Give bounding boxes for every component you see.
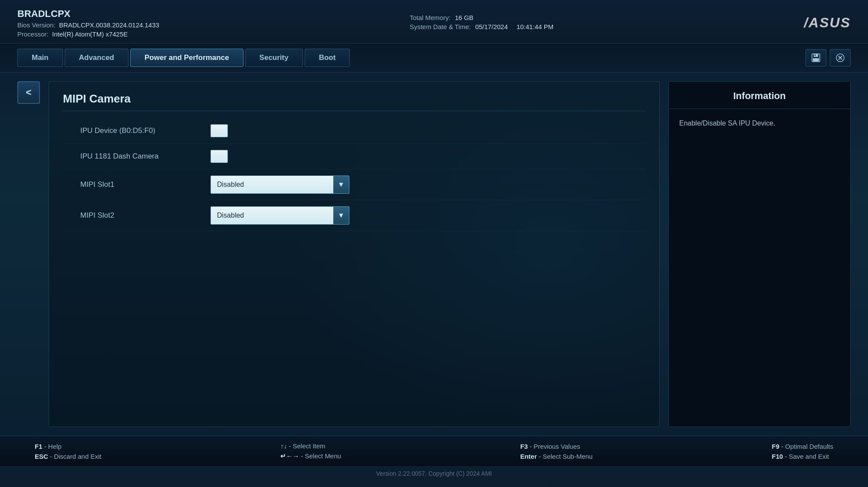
f10-key: F10	[772, 453, 783, 460]
save-button[interactable]	[806, 49, 826, 66]
esc-desc: - Discard and Exit	[50, 453, 101, 460]
header-right: Total Memory: 16 GB System Date & Time: …	[410, 14, 553, 32]
f3-key: F3	[520, 443, 528, 450]
mipi-slot2-label: MIPI Slot2	[63, 211, 202, 220]
memory-row: Total Memory: 16 GB	[410, 14, 553, 21]
svg-rect-2	[813, 58, 819, 61]
f9-key: F9	[772, 443, 779, 450]
ipu-dash-label: IPU 1181 Dash Camera	[63, 152, 202, 161]
footer-group-3: F3 - Previous Values Enter - Select Sub-…	[520, 443, 593, 460]
bios-info: Bios Version: BRADLCPX.0038.2024.0124.14…	[17, 21, 159, 29]
mipi-slot1-arrow[interactable]: ▼	[333, 176, 349, 193]
time-value: 10:41:44 PM	[516, 23, 553, 30]
svg-rect-1	[814, 54, 818, 57]
datetime-row: System Date & Time: 05/17/2024 10:41:44 …	[410, 23, 553, 30]
ipu-dash-checkbox[interactable]	[210, 150, 228, 163]
mipi-slot1-label: MIPI Slot1	[63, 180, 202, 189]
arrows-desc: - Select Item	[289, 442, 325, 450]
f10-desc: - Save and Exit	[785, 453, 829, 460]
processor-info: Processor: Intel(R) Atom(TM) x7425E	[17, 30, 159, 38]
ipu-device-label: IPU Device (B0:D5:F0)	[63, 126, 202, 135]
tab-advanced[interactable]: Advanced	[65, 49, 128, 67]
f1-key: F1	[35, 443, 43, 450]
field-row-ipu-device: IPU Device (B0:D5:F0)	[63, 118, 645, 144]
f3-desc: - Previous Values	[529, 443, 580, 450]
nav-bar: Main Advanced Power and Performance Secu…	[0, 43, 868, 73]
footer-group-2: ↑↓ - Select Item ↵←→ - Select Menu	[280, 442, 341, 460]
version-bar: Version 2.22.0057. Copyright (C) 2024 AM…	[0, 466, 868, 480]
header: BRADLCPX Bios Version: BRADLCPX.0038.202…	[0, 0, 868, 43]
datetime-label: System Date & Time:	[410, 23, 471, 30]
footer-group-1: F1 - Help ESC - Discard and Exit	[35, 443, 101, 460]
tab-boot[interactable]: Boot	[305, 49, 350, 67]
ipu-device-checkbox[interactable]	[210, 124, 228, 137]
ipu-device-control	[210, 124, 228, 137]
enter-desc: - Select Sub-Menu	[539, 453, 592, 460]
footer-arrows: ↑↓ - Select Item	[280, 442, 341, 450]
footer-enter: Enter - Select Sub-Menu	[520, 453, 593, 460]
close-icon	[835, 53, 845, 63]
processor-value: Intel(R) Atom(TM) x7425E	[52, 30, 128, 38]
bios-label: Bios Version:	[17, 21, 56, 29]
tab-power[interactable]: Power and Performance	[130, 49, 243, 67]
select-menu-desc: - Select Menu	[301, 452, 341, 460]
panel-title: MIPI Camera	[63, 92, 645, 111]
mipi-slot2-value: Disabled	[211, 212, 333, 219]
enter-key: Enter	[520, 453, 537, 460]
save-icon	[811, 53, 821, 63]
select-menu-key: ↵←→	[280, 452, 299, 460]
info-panel-title: Information	[669, 82, 850, 109]
memory-value: 16 GB	[455, 14, 473, 21]
info-panel: Information Enable/Disable SA IPU Device…	[668, 81, 851, 427]
close-button[interactable]	[830, 49, 851, 66]
mipi-slot2-control: Disabled ▼	[210, 206, 349, 225]
footer-f3: F3 - Previous Values	[520, 443, 593, 450]
field-row-ipu-dash: IPU 1181 Dash Camera	[63, 144, 645, 169]
footer: F1 - Help ESC - Discard and Exit ↑↓ - Se…	[0, 436, 868, 466]
hostname: BRADLCPX	[17, 8, 159, 20]
field-row-mipi-slot2: MIPI Slot2 Disabled ▼	[63, 200, 645, 231]
mipi-slot2-dropdown[interactable]: Disabled ▼	[210, 206, 349, 225]
memory-label: Total Memory:	[410, 14, 450, 21]
mipi-slot2-arrow[interactable]: ▼	[333, 207, 349, 224]
back-button[interactable]: <	[17, 81, 40, 104]
f1-desc: - Help	[44, 443, 62, 450]
footer-esc: ESC - Discard and Exit	[35, 453, 101, 460]
info-panel-content: Enable/Disable SA IPU Device.	[669, 109, 850, 138]
tab-main[interactable]: Main	[17, 49, 63, 67]
footer-select-menu: ↵←→ - Select Menu	[280, 452, 341, 460]
field-row-mipi-slot1: MIPI Slot1 Disabled ▼	[63, 169, 645, 200]
datetime-value: 05/17/2024	[475, 23, 508, 30]
tab-security[interactable]: Security	[245, 49, 303, 67]
version-text: Version 2.22.0057. Copyright (C) 2024 AM…	[376, 470, 492, 477]
mipi-slot1-control: Disabled ▼	[210, 176, 349, 194]
panel-body: IPU Device (B0:D5:F0) IPU 1181 Dash Came…	[63, 118, 645, 231]
content-panel: MIPI Camera IPU Device (B0:D5:F0) IPU 11…	[49, 81, 660, 427]
mipi-slot1-value: Disabled	[211, 181, 333, 189]
header-left: BRADLCPX Bios Version: BRADLCPX.0038.202…	[17, 8, 159, 38]
footer-group-4: F9 - Optimal Defaults F10 - Save and Exi…	[772, 443, 833, 460]
footer-f1: F1 - Help	[35, 443, 101, 450]
footer-f10: F10 - Save and Exit	[772, 453, 833, 460]
ipu-dash-control	[210, 150, 228, 163]
esc-key: ESC	[35, 453, 48, 460]
mipi-slot1-dropdown[interactable]: Disabled ▼	[210, 176, 349, 194]
arrows-key: ↑↓	[280, 442, 287, 450]
nav-actions	[806, 49, 851, 66]
processor-label: Processor:	[17, 30, 49, 38]
main-content: < MIPI Camera IPU Device (B0:D5:F0) IPU …	[0, 73, 868, 436]
f9-desc: - Optimal Defaults	[781, 443, 833, 450]
footer-f9: F9 - Optimal Defaults	[772, 443, 833, 450]
asus-logo: /ASUS	[804, 15, 851, 31]
svg-rect-3	[815, 54, 815, 56]
bios-value: BRADLCPX.0038.2024.0124.1433	[59, 21, 159, 29]
